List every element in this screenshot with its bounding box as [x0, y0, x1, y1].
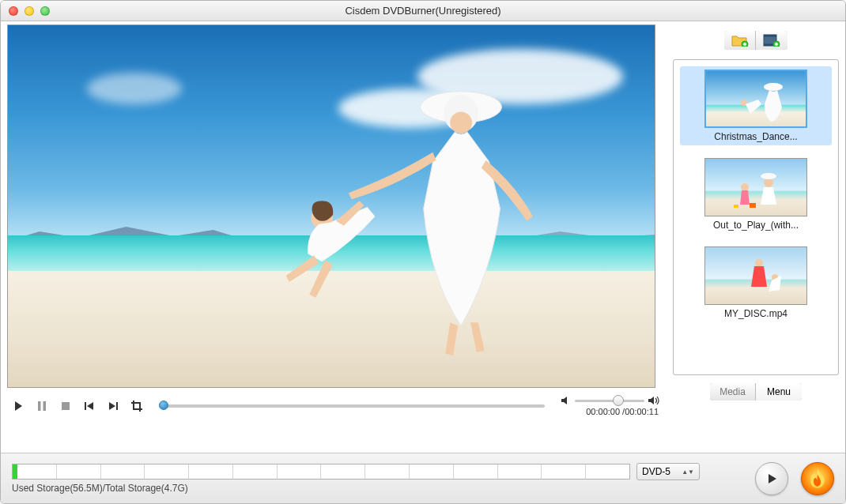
svg-rect-19: [750, 203, 756, 208]
volume-slider[interactable]: [575, 400, 644, 402]
playback-controls: 00:00:00 /00:00:11: [7, 388, 665, 419]
disc-type-value: DVD-5: [642, 466, 670, 477]
bottom-bar: DVD-5 ▲▼ Used Storage(56.5M)/Total Stora…: [1, 453, 845, 503]
tab-media[interactable]: Media: [710, 383, 756, 401]
media-thumb-1: [704, 158, 807, 216]
svg-point-18: [761, 173, 776, 179]
select-arrows-icon: ▲▼: [682, 470, 694, 474]
close-window-button[interactable]: [9, 6, 18, 16]
seek-slider[interactable]: [159, 404, 545, 408]
action-buttons: [755, 462, 834, 495]
prev-button[interactable]: [83, 400, 96, 412]
svg-point-21: [755, 259, 763, 267]
add-video-button[interactable]: [756, 31, 787, 50]
add-folder-button[interactable]: [724, 31, 756, 50]
minimize-window-button[interactable]: [25, 6, 34, 16]
preview-pane: 00:00:00 /00:00:11: [7, 24, 665, 453]
storage-label: Used Storage(56.5M)/Total Storage(4.7G): [12, 483, 700, 494]
window-title: Cisdem DVDBurner(Unregistered): [1, 5, 845, 17]
preview-play-button[interactable]: [755, 462, 788, 495]
storage-panel: DVD-5 ▲▼ Used Storage(56.5M)/Total Stora…: [12, 463, 700, 494]
svg-rect-20: [734, 205, 738, 208]
svg-rect-4: [38, 401, 41, 411]
burn-button[interactable]: [801, 462, 834, 495]
svg-point-2: [450, 112, 472, 134]
svg-point-14: [764, 83, 783, 91]
volume-thumb[interactable]: [613, 395, 624, 406]
view-tabs: Media Menu: [673, 383, 839, 401]
media-label-1: Out_to_Play_(with...: [713, 220, 799, 231]
media-thumb-0: [704, 70, 807, 128]
storage-bar: [12, 464, 630, 480]
svg-rect-7: [85, 402, 86, 410]
play-button[interactable]: [12, 400, 25, 412]
svg-rect-6: [62, 402, 70, 410]
crop-button[interactable]: [130, 400, 143, 412]
media-item-0[interactable]: Christmas_Dance...: [680, 66, 832, 145]
svg-rect-11: [764, 35, 776, 37]
media-label-2: MY_DISC.mp4: [724, 308, 787, 319]
media-item-2[interactable]: MY_DISC.mp4: [680, 243, 832, 322]
volume-control: [561, 396, 660, 405]
tab-menu[interactable]: Menu: [756, 383, 802, 401]
titlebar: Cisdem DVDBurner(Unregistered): [1, 1, 845, 21]
app-window: Cisdem DVDBurner(Unregistered): [0, 0, 846, 504]
zoom-window-button[interactable]: [40, 6, 50, 16]
svg-rect-8: [116, 402, 118, 410]
disc-type-select[interactable]: DVD-5 ▲▼: [636, 463, 700, 480]
next-button[interactable]: [107, 400, 119, 412]
svg-point-16: [741, 183, 749, 191]
content-area: 00:00:00 /00:00:11: [1, 21, 845, 453]
volume-up-icon[interactable]: [648, 396, 660, 405]
media-label-0: Christmas_Dance...: [714, 131, 797, 142]
stop-button[interactable]: [59, 400, 72, 412]
storage-fill: [13, 465, 17, 479]
media-item-1[interactable]: Out_to_Play_(with...: [680, 155, 832, 234]
video-preview[interactable]: [7, 24, 655, 388]
time-display: 00:00:00 /00:00:11: [586, 407, 660, 416]
media-list: Christmas_Dance... Out_to_Play_(with...: [673, 59, 839, 375]
volume-down-icon[interactable]: [561, 396, 572, 405]
add-toolbar: [673, 24, 839, 51]
sidebar: Christmas_Dance... Out_to_Play_(with...: [673, 24, 839, 453]
pause-button[interactable]: [36, 400, 48, 412]
seek-thumb[interactable]: [159, 401, 168, 410]
traffic-lights: [1, 6, 50, 16]
svg-rect-5: [43, 401, 47, 411]
preview-figures: [254, 76, 590, 373]
media-thumb-2: [704, 246, 807, 305]
